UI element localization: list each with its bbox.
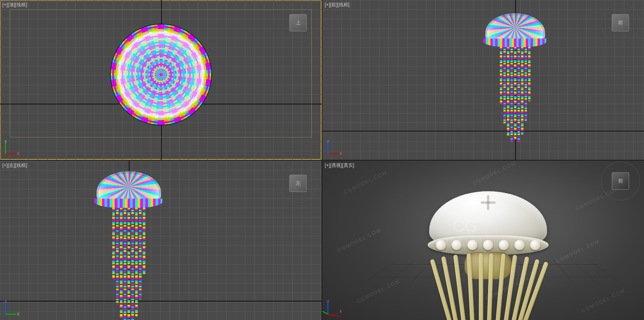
grid-background bbox=[322, 0, 644, 160]
viewcube[interactable]: 前 bbox=[608, 168, 633, 194]
viewport-grid: [+][顶][线框] 上 x y [+][前][线框] 前 bbox=[0, 0, 644, 320]
viewcube[interactable]: 左 bbox=[285, 171, 311, 196]
viewport-label[interactable]: [+][透视][真实] bbox=[325, 162, 354, 169]
model-jellyfish-topview[interactable] bbox=[110, 24, 212, 126]
viewport-perspective[interactable]: [+][透视][真实] 前 CG 模型网 CGMODEL.COM CGM bbox=[322, 161, 644, 320]
viewport-label[interactable]: [+][前][线框] bbox=[325, 2, 349, 8]
viewcube[interactable]: 上 bbox=[285, 10, 311, 35]
axis-gizmo[interactable]: x z bbox=[328, 296, 346, 315]
viewport-front[interactable]: [+][前][线框] 前 x z bbox=[322, 0, 644, 160]
axis-gizmo[interactable]: y z bbox=[5, 296, 24, 315]
viewcube[interactable]: 前 bbox=[608, 10, 633, 35]
model-jellyfish-wireframe[interactable] bbox=[97, 171, 161, 320]
viewport-label[interactable]: [+][顶][线框] bbox=[2, 2, 27, 8]
model-jellyfish-wireframe[interactable] bbox=[485, 13, 545, 143]
viewport-left[interactable]: [+][左][线框] 左 y z bbox=[0, 161, 322, 320]
model-jellyfish-shaded[interactable] bbox=[429, 191, 547, 244]
viewport-top[interactable]: [+][顶][线框] 上 x y bbox=[0, 0, 322, 160]
axis-line-h bbox=[322, 131, 644, 132]
axis-gizmo[interactable]: x y bbox=[5, 136, 24, 154]
axis-gizmo[interactable]: x z bbox=[328, 136, 346, 154]
viewport-label[interactable]: [+][左][线框] bbox=[2, 162, 27, 169]
